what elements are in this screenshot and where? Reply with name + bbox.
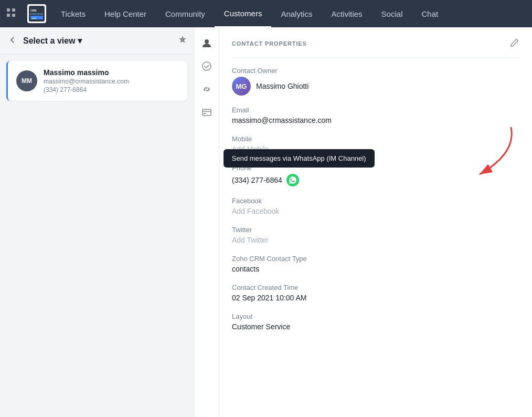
view-selector[interactable]: Select a view ▾ xyxy=(19,36,178,46)
nav-item-tickets[interactable]: Tickets xyxy=(51,0,95,27)
contact-card[interactable]: MM Massimo massimo massimo@crmassistance… xyxy=(6,61,187,101)
property-created-time: Contact Created Time 02 Sep 2021 10:00 A… xyxy=(232,284,519,302)
logo-box: CRM ASSISTANCE ●●● xyxy=(27,4,46,23)
svg-point-10 xyxy=(203,62,211,70)
nav-item-chat[interactable]: Chat xyxy=(412,0,448,27)
nav-item-help-center[interactable]: Help Center xyxy=(95,0,156,27)
icon-sidebar xyxy=(194,27,219,417)
created-time-value: 02 Sep 2021 10:00 AM xyxy=(232,294,519,302)
property-layout: Layout Customer Service xyxy=(232,312,519,331)
main-layout: Select a view ▾ MM Massimo massimo massi… xyxy=(0,27,532,417)
right-panel: CONTACT PROPERTIES Contact Owner MG Mass… xyxy=(219,27,532,417)
nav-item-social[interactable]: Social xyxy=(372,0,412,27)
property-contact-owner: Contact Owner MG Massimo Ghiotti xyxy=(232,67,519,96)
sidebar-icon-person[interactable] xyxy=(197,34,216,53)
svg-point-9 xyxy=(205,39,209,44)
left-header: Select a view ▾ xyxy=(0,27,194,55)
contact-name: Massimo massimo xyxy=(44,68,129,77)
sidebar-icon-card[interactable] xyxy=(197,103,216,122)
layout-value: Customer Service xyxy=(232,322,519,331)
phone-row: (334) 277-6864 Send messages via WhatsAp… xyxy=(232,174,519,186)
facebook-label: Facebook xyxy=(232,197,519,205)
owner-name: Massimo Ghiotti xyxy=(256,82,308,90)
nav-item-community[interactable]: Community xyxy=(156,0,215,27)
mobile-label: Mobile xyxy=(232,135,519,143)
back-button[interactable] xyxy=(6,34,19,48)
property-phone: Phone (334) 277-6864 Send messages via W… xyxy=(232,164,519,186)
chevron-down-icon: ▾ xyxy=(78,36,82,46)
edit-button[interactable] xyxy=(510,38,519,49)
twitter-value: Add Twitter xyxy=(232,236,519,244)
svg-rect-12 xyxy=(204,113,206,114)
avatar: MM xyxy=(16,70,37,91)
twitter-label: Twitter xyxy=(232,226,519,234)
phone-value: (334) 277-6864 xyxy=(232,176,282,184)
nav-item-customers[interactable]: Customers xyxy=(215,0,272,27)
section-divider xyxy=(232,58,519,58)
owner-row: MG Massimo Ghiotti xyxy=(232,77,519,96)
contact-phone: (334) 277-6864 xyxy=(44,86,129,93)
nav-item-activities[interactable]: Activities xyxy=(322,0,371,27)
svg-text:●●●: ●●● xyxy=(31,16,36,19)
email-label: Email xyxy=(232,106,519,114)
property-zoho-crm: Zoho CRM Contact Type contacts xyxy=(232,255,519,273)
svg-text:CRM: CRM xyxy=(30,9,36,12)
property-email: Email massimo@crmassistance.com xyxy=(232,106,519,124)
whatsapp-button[interactable] xyxy=(286,174,299,186)
property-facebook: Facebook Add Facebook xyxy=(232,197,519,215)
main-nav: Tickets Help Center Community Customers … xyxy=(51,0,448,27)
svg-text:ASSISTANCE: ASSISTANCE xyxy=(30,13,44,15)
section-title: CONTACT PROPERTIES xyxy=(232,40,307,47)
view-selector-label: Select a view xyxy=(23,36,76,46)
contact-list: MM Massimo massimo massimo@crmassistance… xyxy=(0,55,194,107)
nav-item-analytics[interactable]: Analytics xyxy=(271,0,322,27)
svg-rect-0 xyxy=(7,8,10,12)
contact-owner-label: Contact Owner xyxy=(232,67,519,75)
layout-label: Layout xyxy=(232,312,519,320)
grid-icon xyxy=(6,7,16,20)
grid-menu-button[interactable] xyxy=(0,0,22,27)
section-header: CONTACT PROPERTIES xyxy=(232,38,519,49)
zoho-crm-value: contacts xyxy=(232,265,519,273)
app-logo: CRM ASSISTANCE ●●● xyxy=(22,0,51,27)
svg-rect-2 xyxy=(7,14,10,17)
left-panel: Select a view ▾ MM Massimo massimo massi… xyxy=(0,27,194,417)
pin-button[interactable] xyxy=(178,35,187,47)
svg-rect-11 xyxy=(203,109,211,116)
created-time-label: Contact Created Time xyxy=(232,284,519,291)
property-twitter: Twitter Add Twitter xyxy=(232,226,519,244)
svg-rect-3 xyxy=(12,14,15,17)
whatsapp-tooltip-container: Send messages via WhatsApp (IM Channel) xyxy=(286,174,299,186)
contact-info: Massimo massimo massimo@crmassistance.co… xyxy=(44,68,129,93)
top-navigation: CRM ASSISTANCE ●●● Tickets Help Center C… xyxy=(0,0,532,27)
svg-rect-1 xyxy=(12,8,15,12)
owner-avatar: MG xyxy=(232,77,251,96)
sidebar-icon-link[interactable] xyxy=(197,80,216,99)
zoho-crm-label: Zoho CRM Contact Type xyxy=(232,255,519,263)
whatsapp-tooltip: Send messages via WhatsApp (IM Channel) xyxy=(224,149,375,168)
contact-email: massimo@crmassistance.com xyxy=(44,78,129,85)
sidebar-icon-check[interactable] xyxy=(197,57,216,76)
email-value: massimo@crmassistance.com xyxy=(232,116,519,124)
facebook-value: Add Facebook xyxy=(232,207,519,215)
